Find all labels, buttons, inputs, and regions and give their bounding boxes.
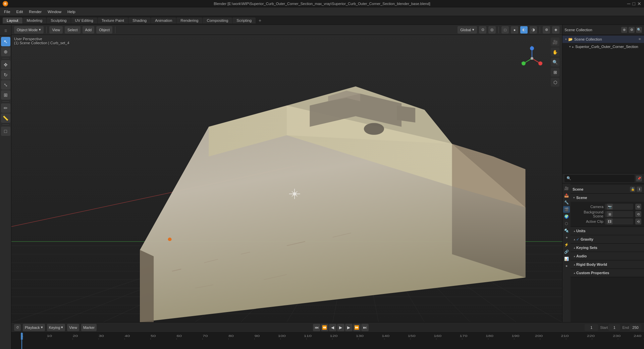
bg-scene-icon-btn[interactable]: ⊞ xyxy=(607,211,613,217)
viewport-3d[interactable]: Object Mode ▾ View Select Add Object Glo… xyxy=(11,25,562,322)
keying-sets-section-header[interactable]: ▸ Keying Sets xyxy=(571,244,644,252)
select-menu[interactable]: Select xyxy=(65,26,80,34)
prop-icon-scene[interactable]: 🎬 xyxy=(563,206,570,213)
tab-rendering[interactable]: Rendering xyxy=(176,17,202,23)
tab-modeling[interactable]: Modeling xyxy=(23,17,47,23)
menu-window[interactable]: Window xyxy=(45,9,64,14)
window-controls[interactable]: ─ □ ✕ xyxy=(627,1,641,6)
tab-sculpting[interactable]: Sculpting xyxy=(47,17,70,23)
gravity-section-header[interactable]: ▸ ✓ Gravity xyxy=(571,235,644,243)
jump-start-btn[interactable]: ⏮ xyxy=(313,324,320,331)
prop-icon-constraints[interactable]: 🔗 xyxy=(563,248,570,255)
audio-section-header[interactable]: ▸ Audio xyxy=(571,252,644,260)
tool-rotate[interactable]: ↻ xyxy=(1,70,10,80)
tool-cursor[interactable]: ⊕ xyxy=(1,47,10,56)
prop-icon-particles[interactable]: ✦ xyxy=(563,234,570,241)
outliner-object-item[interactable]: ▾ ▸ Superior_Curb_Outer_Corner_Section xyxy=(562,43,644,50)
units-section-header[interactable]: ▸ Units xyxy=(571,227,644,235)
tool-transform[interactable]: ⊞ xyxy=(1,90,10,100)
tool-move[interactable]: ✥ xyxy=(1,60,10,69)
jump-end-btn[interactable]: ⏭ xyxy=(361,324,369,331)
tab-uv-editing[interactable]: UV Editing xyxy=(71,17,97,23)
prop-icon-render[interactable]: 🎥 xyxy=(563,185,570,192)
prop-icon-data[interactable]: 📊 xyxy=(563,255,570,262)
menu-edit[interactable]: Edit xyxy=(14,9,26,14)
camera-icon-btn[interactable]: 📷 xyxy=(607,204,613,210)
mode-selector[interactable]: Object Mode ▾ xyxy=(14,26,44,34)
menu-render[interactable]: Render xyxy=(26,9,44,14)
outliner-filter-btn[interactable]: ⊛ xyxy=(621,27,627,33)
start-frame-input[interactable]: 1 xyxy=(608,324,620,331)
next-keyframe-btn[interactable]: ▶ xyxy=(345,324,353,331)
prop-icon-object[interactable]: ⬡ xyxy=(563,220,570,227)
tab-layout[interactable]: Layout xyxy=(3,17,22,23)
solid-btn[interactable]: ● xyxy=(511,26,518,34)
proportional-edit-btn[interactable]: ◎ xyxy=(488,26,496,34)
properties-search[interactable]: 🔍 xyxy=(565,175,635,182)
outliner-options-btn[interactable]: ⚙ xyxy=(629,27,635,33)
add-menu[interactable]: Add xyxy=(83,26,95,34)
scene-view[interactable] xyxy=(11,25,562,322)
local-view-btn[interactable]: ⬡ xyxy=(551,78,559,87)
tool-select[interactable]: ↖ xyxy=(1,37,10,46)
material-preview-btn[interactable]: ◑ xyxy=(530,26,537,34)
next-frame-btn[interactable]: ⏩ xyxy=(353,324,361,331)
prop-icon-viewlayer[interactable]: 🔧 xyxy=(563,199,570,206)
camera-value[interactable]: 📷 xyxy=(605,204,633,210)
prop-icon-modifier[interactable]: 🔩 xyxy=(563,227,570,234)
add-workspace-button[interactable]: + xyxy=(256,17,264,24)
prev-frame-btn[interactable]: ⏪ xyxy=(321,324,328,331)
scene-section-header[interactable]: ▾ Scene xyxy=(571,194,644,202)
tool-annotate[interactable]: ✏ xyxy=(1,103,10,113)
prop-icon-physics[interactable]: ⚡ xyxy=(563,241,570,248)
tool-measure[interactable]: 📏 xyxy=(1,113,10,123)
visibility-icon[interactable]: 👁 xyxy=(638,38,641,41)
camera-view-btn[interactable]: 🎥 xyxy=(551,38,559,46)
object-menu[interactable]: Object xyxy=(96,26,112,34)
timeline-icon[interactable]: ⏱ xyxy=(14,324,21,331)
hand-btn[interactable]: ✋ xyxy=(551,48,559,56)
outliner-search-btn[interactable]: 🔍 xyxy=(636,27,642,33)
tab-animation[interactable]: Animation xyxy=(151,17,176,23)
keying-menu[interactable]: Keying ▾ xyxy=(47,324,65,331)
custom-props-header[interactable]: ▸ Custom Properties xyxy=(571,269,644,277)
wireframe-btn[interactable]: □ xyxy=(501,26,509,34)
play-btn[interactable]: ▶ xyxy=(337,324,344,331)
tool-scale[interactable]: ⤡ xyxy=(1,80,10,90)
tab-shading[interactable]: Shading xyxy=(128,17,151,23)
camera-link-btn[interactable]: ⟲ xyxy=(635,204,641,210)
zoom-btn[interactable]: 🔍 xyxy=(551,58,559,66)
prev-keyframe-btn[interactable]: ◀ xyxy=(329,324,336,331)
global-transform[interactable]: Global ▾ xyxy=(458,26,477,34)
rendered-btn[interactable]: ◐ xyxy=(520,26,528,34)
menu-file[interactable]: File xyxy=(1,9,13,14)
snap-btn[interactable]: ⊙ xyxy=(479,26,486,34)
prop-info-btn[interactable]: ℹ xyxy=(637,187,642,192)
tab-texture-paint[interactable]: Texture Paint xyxy=(98,17,128,23)
rigid-body-section-header[interactable]: ▸ Rigid Body World xyxy=(571,260,644,268)
prop-lock-btn[interactable]: 🔓 xyxy=(630,187,635,192)
properties-pin-btn[interactable]: 📌 xyxy=(636,176,642,182)
tab-compositing[interactable]: Compositing xyxy=(203,17,232,23)
timeline-ruler[interactable]: 1 10 20 30 40 50 60 70 80 90 100 110 xyxy=(11,333,644,349)
active-clip-link-btn[interactable]: ⟲ xyxy=(635,218,641,225)
overlay-btn[interactable]: ⊛ xyxy=(543,26,550,34)
tab-scripting[interactable]: Scripting xyxy=(232,17,256,23)
properties-search-input[interactable] xyxy=(573,177,633,181)
current-frame-input[interactable]: 1 xyxy=(585,324,598,331)
prop-icon-output[interactable]: 📤 xyxy=(563,192,570,199)
active-clip-icon-btn[interactable]: 🎞 xyxy=(607,218,613,225)
active-clip-value[interactable]: 🎞 xyxy=(605,218,633,225)
bg-scene-value[interactable]: ⊞ xyxy=(605,211,633,217)
navigation-gizmo[interactable]: Z X Y xyxy=(519,45,545,72)
minimize-button[interactable]: ─ xyxy=(627,1,631,6)
xray-btn[interactable]: ◈ xyxy=(552,26,559,34)
close-button[interactable]: ✕ xyxy=(637,1,641,6)
view-menu-timeline[interactable]: View xyxy=(67,324,79,331)
menu-help[interactable]: Help xyxy=(65,9,78,14)
maximize-button[interactable]: □ xyxy=(633,1,635,6)
end-frame-input[interactable]: 250 xyxy=(630,324,641,331)
marker-menu[interactable]: Marker xyxy=(81,324,97,331)
bg-scene-link-btn[interactable]: ⟲ xyxy=(635,211,641,217)
prop-icon-material[interactable]: ● xyxy=(563,262,570,269)
